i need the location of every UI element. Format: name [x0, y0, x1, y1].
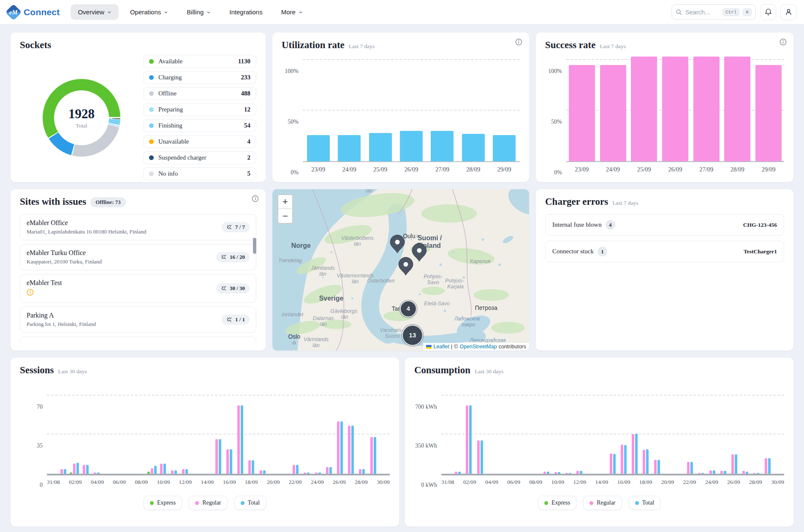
x-tick-label: 30/09 — [771, 479, 784, 486]
day-group-21/09 — [674, 393, 684, 474]
x-tick-label — [520, 479, 529, 486]
x-tick-label — [170, 479, 179, 486]
status-value: 488 — [241, 90, 251, 97]
bar-regular — [83, 465, 85, 474]
y-axis-labels: 0%50%100% — [545, 57, 566, 173]
legend-color-dot — [635, 501, 639, 505]
legend-pill-express[interactable]: Express — [538, 496, 576, 510]
site-list-item[interactable]: eMabler Test30 / 30 — [20, 274, 256, 303]
map-label: Norge — [291, 242, 311, 249]
cluster-count: 4 — [407, 305, 410, 312]
x-tick-label — [498, 479, 507, 486]
info-icon[interactable] — [780, 38, 787, 47]
y-tick-label: 100% — [285, 68, 299, 75]
consumption-chart: 0 kWh350 kWh700 kWh31/0802/0904/0906/090… — [414, 393, 784, 510]
nav-item-operations[interactable]: Operations — [123, 4, 175, 20]
status-label: Charging — [158, 74, 182, 81]
bar-regular — [565, 473, 568, 474]
bar-total — [635, 434, 638, 474]
x-tick-label: 24/09 — [311, 479, 324, 486]
nav-item-integrations[interactable]: Integrations — [222, 4, 269, 20]
leaflet-link[interactable]: Leaflet — [433, 344, 449, 350]
charger-error-row[interactable]: Connector stuck1TestCharger1 — [545, 241, 784, 262]
day-group-02/09 — [69, 393, 80, 474]
bar-regular — [720, 471, 723, 474]
bar-regular — [73, 464, 76, 474]
legend-pill-express[interactable]: Express — [144, 496, 182, 510]
utilization-subtitle: Last 7 days — [349, 43, 375, 50]
map-cluster-marker[interactable]: 13 — [401, 324, 424, 347]
warning-icon — [27, 289, 62, 298]
sessions-chart: 0357031/0802/0904/0906/0908/0910/0912/09… — [20, 393, 390, 510]
site-list-item[interactable]: Parking AParking lot 1, Helsinki, Finlan… — [20, 307, 256, 333]
legend-row-available: Available1130 — [143, 55, 256, 68]
nav-item-label: Billing — [187, 8, 204, 16]
app-logo[interactable]: eM Connect — [8, 6, 60, 18]
bar-total — [241, 405, 243, 474]
x-tick-label — [346, 479, 355, 486]
charger-errors-title: Charger errors — [545, 196, 608, 207]
site-list-item[interactable] — [20, 337, 256, 343]
day-group-04/09 — [486, 393, 497, 474]
plug-icon — [226, 224, 232, 230]
map-label: län — [352, 279, 359, 285]
charger-error-row[interactable]: Internal fuse blown4CHG-123-456 — [545, 214, 784, 236]
map-zoom-in-button[interactable]: + — [278, 195, 292, 209]
osm-link[interactable]: OpenStreetMap — [459, 344, 497, 350]
legend-pill-total[interactable]: Total — [629, 496, 661, 510]
day-group-21/09 — [279, 393, 290, 474]
error-count-badge: 4 — [606, 220, 615, 230]
site-list-item[interactable]: eMabler OfficeMaria01, Lapinlahdenkatu 1… — [20, 214, 256, 240]
info-icon[interactable] — [252, 195, 259, 204]
bar-regular — [477, 440, 480, 474]
nav-item-more[interactable]: More — [274, 4, 310, 20]
x-tick-label: 24/09 — [338, 166, 361, 173]
consumption-card: Consumption Last 30 days 0 kWh350 kWh700… — [405, 357, 794, 527]
legend-pill-regular[interactable]: Regular — [583, 496, 622, 510]
status-label: Unavailable — [158, 138, 189, 145]
bar-29/09 — [755, 65, 782, 161]
x-axis-labels: 31/0802/0904/0906/0908/0910/0912/0914/09… — [47, 479, 390, 486]
legend-pill-regular[interactable]: Regular — [189, 496, 227, 510]
x-tick-label — [542, 479, 551, 486]
map-zoom-out-button[interactable]: − — [278, 209, 292, 223]
bar-regular — [554, 472, 557, 474]
map-label: Innlandet — [282, 312, 304, 318]
day-group-25/09 — [718, 393, 729, 474]
socket-count: 1 / 1 — [235, 316, 245, 323]
scrollbar-thumb[interactable] — [253, 238, 256, 254]
legend-pill-total[interactable]: Total — [234, 496, 266, 510]
legend-row-unavailable: Unavailable4 — [143, 135, 256, 148]
y-tick-label: 50% — [288, 119, 299, 125]
status-color-dot — [149, 171, 154, 176]
nav-item-overview[interactable]: Overview — [71, 4, 119, 20]
info-icon[interactable] — [515, 38, 522, 47]
status-color-dot — [149, 123, 154, 128]
bar-total — [657, 460, 660, 474]
search-icon — [676, 9, 682, 15]
bar-total — [580, 471, 582, 474]
day-group-16/09 — [618, 393, 629, 474]
map-cluster-marker[interactable]: 4 — [399, 300, 418, 318]
x-axis-labels: 23/0924/0925/0926/0927/0928/0929/09 — [566, 166, 784, 173]
day-group-20/09 — [268, 393, 279, 474]
status-value: 4 — [247, 138, 251, 145]
status-color-dot — [149, 107, 154, 112]
status-label: Finishing — [158, 122, 182, 129]
notifications-button[interactable] — [760, 4, 776, 20]
leaflet-map[interactable]: länNorgeTrøndelagVästerbottenslänOuluSuo… — [272, 189, 529, 350]
site-list-item[interactable]: eMabler Turku OfficeKauppatori, 20100 Tu… — [20, 244, 256, 270]
brand-logo-icon: eM — [5, 4, 22, 21]
nav-item-billing[interactable]: Billing — [179, 4, 218, 20]
day-group-08/09 — [136, 393, 147, 474]
search-input[interactable]: Search... Ctrl K — [671, 4, 756, 20]
map-label: Suomi / — [418, 234, 442, 242]
site-name: eMabler Office — [27, 219, 146, 227]
legend-label: Regular — [202, 499, 221, 506]
day-group-05/09 — [497, 393, 508, 474]
user-menu-button[interactable] — [780, 4, 796, 20]
x-tick-label: 26/09 — [727, 479, 740, 486]
x-tick-label — [586, 479, 595, 486]
bar-total — [318, 472, 321, 474]
day-group-31/08 — [441, 393, 452, 474]
